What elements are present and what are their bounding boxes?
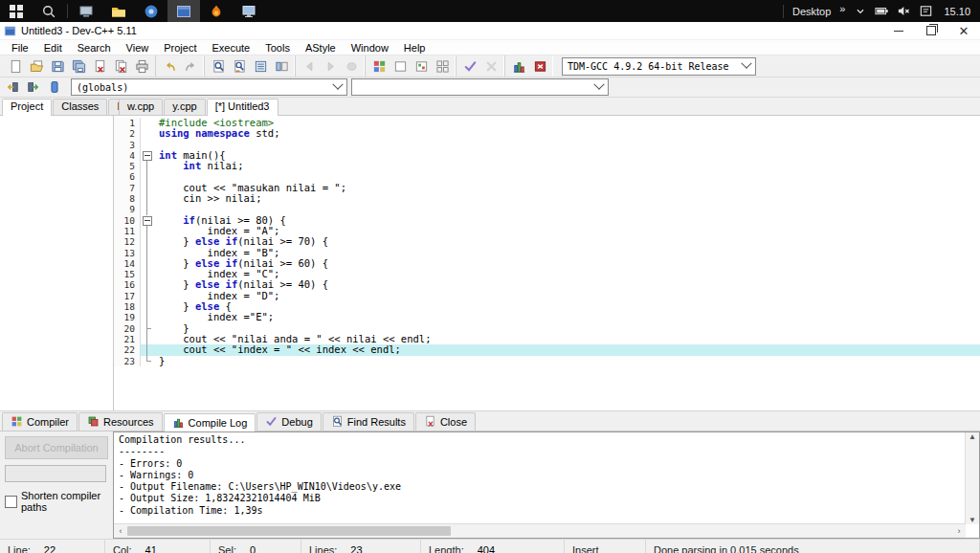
- bottom-tab-resources[interactable]: Resources: [78, 412, 163, 431]
- new-project-button[interactable]: [368, 56, 390, 76]
- member-select[interactable]: [351, 78, 609, 96]
- tray-chevron-button[interactable]: [854, 5, 867, 18]
- taskbar-explorer-button[interactable]: [102, 0, 135, 22]
- scrollbar-thumb[interactable]: [127, 526, 451, 536]
- bottom-tab-close[interactable]: Close: [415, 412, 476, 431]
- overflow-glyph[interactable]: »: [839, 3, 845, 14]
- status-label: Col:: [113, 544, 132, 553]
- code-editor[interactable]: 1#include <iostream>2using namespace std…: [114, 116, 980, 410]
- menu-tools[interactable]: Tools: [257, 42, 298, 54]
- close-button[interactable]: ✕: [947, 22, 980, 39]
- code-text[interactable]: }: [154, 356, 980, 366]
- line-number: 21: [114, 334, 141, 344]
- browse-back-button[interactable]: [2, 77, 23, 97]
- code-text[interactable]: cin >> nilai;: [154, 193, 980, 204]
- menu-edit[interactable]: Edit: [36, 42, 70, 54]
- status-value: 41: [145, 544, 157, 553]
- menu-window[interactable]: Window: [344, 42, 396, 54]
- battery-icon[interactable]: [875, 4, 889, 18]
- panel-tab-classes[interactable]: Classes: [53, 99, 107, 115]
- code-text[interactable]: int nilai;: [154, 161, 980, 171]
- menu-astyle[interactable]: AStyle: [298, 42, 344, 54]
- restore-button[interactable]: [915, 22, 947, 39]
- bottom-tab-compile-log[interactable]: Compile Log: [164, 413, 256, 431]
- find-button[interactable]: [208, 56, 229, 76]
- compile-log-output[interactable]: Compilation results...--------- Errors: …: [113, 431, 980, 539]
- code-text[interactable]: index = "D";: [154, 291, 980, 301]
- open-button[interactable]: [26, 56, 47, 76]
- delete-profile-button[interactable]: [529, 56, 550, 76]
- print-button[interactable]: [131, 56, 152, 76]
- code-text[interactable]: } else {: [154, 301, 980, 312]
- taskbar-devcpp-button[interactable]: [167, 0, 200, 22]
- clock[interactable]: 15.10: [944, 6, 970, 17]
- forward-button[interactable]: [320, 56, 341, 76]
- bottom-tab-label: Debug: [281, 416, 312, 428]
- scroll-left-icon[interactable]: ‹: [114, 526, 127, 536]
- project-panel[interactable]: [0, 116, 114, 410]
- chevron-down-icon: [332, 79, 343, 90]
- menu-execute[interactable]: Execute: [204, 42, 257, 54]
- bottom-tab-find-results[interactable]: Find Results: [323, 412, 414, 431]
- menu-view[interactable]: View: [119, 42, 157, 54]
- menu-search[interactable]: Search: [70, 42, 119, 54]
- abort-compile-button[interactable]: [480, 56, 501, 76]
- taskbar-app-circle-button[interactable]: [135, 0, 167, 22]
- fold-toggle-icon[interactable]: [141, 215, 154, 226]
- window-grid-button[interactable]: [432, 56, 453, 76]
- horizontal-scrollbar[interactable]: ‹ ›: [114, 523, 966, 538]
- bottom-tab-debug[interactable]: Debug: [256, 412, 321, 431]
- menu-help[interactable]: Help: [396, 42, 434, 54]
- taskbar-start-button[interactable]: [0, 0, 33, 22]
- taskbar-remote-desktop-button[interactable]: [233, 0, 265, 22]
- toggle-bookmark-button[interactable]: [390, 56, 411, 76]
- minimize-button[interactable]: [882, 22, 915, 39]
- code-text[interactable]: using namespace std;: [154, 128, 980, 139]
- code-text[interactable]: cout << "index = " << index << endl;: [154, 344, 980, 355]
- bottom-tab-compiler[interactable]: Compiler: [2, 412, 78, 431]
- editor-tab-w-cpp[interactable]: w.cpp: [119, 99, 163, 115]
- close-all-button[interactable]: [110, 56, 131, 76]
- scroll-down-icon[interactable]: ▼: [969, 516, 976, 524]
- scope-select[interactable]: (globals): [71, 78, 347, 96]
- menu-project[interactable]: Project: [156, 42, 204, 54]
- menu-file[interactable]: File: [4, 42, 36, 54]
- volume-muted-icon[interactable]: [897, 4, 911, 18]
- profile-button[interactable]: [508, 56, 529, 76]
- close-button[interactable]: [89, 56, 110, 76]
- back-button[interactable]: [299, 56, 320, 76]
- view-scope-button[interactable]: [250, 56, 271, 76]
- compiler-select-value: TDM-GCC 4.9.2 64-bit Release: [568, 61, 729, 72]
- taskbar-flame-app-button[interactable]: [200, 0, 233, 22]
- taskbar-pc-button[interactable]: [70, 0, 102, 22]
- code-text[interactable]: int main(){: [154, 150, 980, 161]
- new-source-button[interactable]: [5, 56, 26, 76]
- scroll-right-icon[interactable]: ›: [952, 526, 966, 536]
- goto-symbol-button[interactable]: [44, 77, 65, 97]
- shorten-paths-checkbox[interactable]: [5, 496, 17, 508]
- vertical-scrollbar[interactable]: ▲ ▼: [965, 432, 979, 524]
- code-text[interactable]: cout << "masukan nilai = ";: [154, 183, 980, 193]
- save-button[interactable]: [47, 56, 68, 76]
- editor-tab-y-cpp[interactable]: y.cpp: [164, 99, 205, 115]
- fold-toggle-icon[interactable]: [141, 150, 154, 161]
- browse-forward-button[interactable]: [23, 77, 44, 97]
- swap-header-source-button[interactable]: [271, 56, 292, 76]
- scroll-up-icon[interactable]: ▲: [969, 432, 976, 441]
- code-text[interactable]: index ="E";: [154, 312, 980, 322]
- panel-tab-project[interactable]: Project: [2, 99, 52, 116]
- desktop-label[interactable]: Desktop: [792, 6, 831, 17]
- goto-bookmark-button[interactable]: [411, 56, 432, 76]
- redo-button[interactable]: [180, 56, 201, 76]
- abort-compilation-button[interactable]: Abort Compilation: [5, 436, 108, 459]
- save-all-button[interactable]: [68, 56, 89, 76]
- syntax-check-button[interactable]: [459, 56, 480, 76]
- undo-button[interactable]: [159, 56, 180, 76]
- compiler-select[interactable]: TDM-GCC 4.9.2 64-bit Release: [562, 57, 756, 76]
- code-text[interactable]: [154, 140, 980, 150]
- editor-tab--untitled3[interactable]: [*] Untitled3: [207, 99, 278, 116]
- action-center-icon[interactable]: [919, 4, 933, 18]
- replace-button[interactable]: [229, 56, 250, 76]
- taskbar-search-button[interactable]: [33, 0, 65, 22]
- goto-declaration-button[interactable]: [341, 56, 362, 76]
